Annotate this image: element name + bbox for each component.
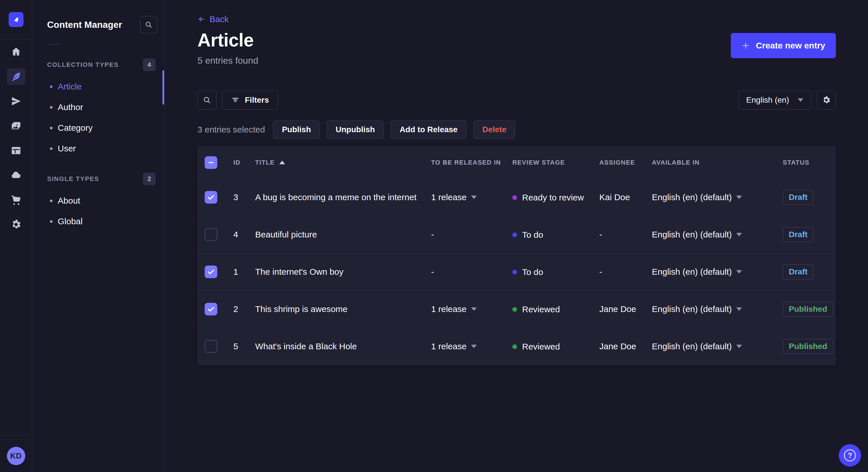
sidebar-item-article[interactable]: Article [32,76,165,97]
row-locale-dropdown[interactable]: English (en) (default) [652,267,742,277]
help-button[interactable]: ? [839,444,861,467]
row-locale-dropdown[interactable]: English (en) (default) [652,304,742,314]
unpublish-button[interactable]: Unpublish [327,121,384,139]
nav-user-section: KD [0,440,32,472]
status-badge: Draft [783,190,813,205]
column-header-available-in[interactable]: AVAILABLE IN [652,146,783,179]
app-root: KD Content Manager COLLECTION TYPES 4 Ar… [0,0,868,472]
nav-content-type-builder-icon[interactable] [7,142,25,159]
review-stage-dot [513,307,517,312]
table-row: 3A bug is becoming a meme on the interne… [198,179,836,216]
assignee: Kai Doe [599,193,630,202]
sidebar-item-category[interactable]: Category [32,117,165,138]
filters-button[interactable]: Filters [222,91,278,109]
search-icon [145,21,153,29]
bullet-icon [50,220,53,223]
entry-title: Beautiful picture [255,230,317,239]
column-header-status[interactable]: STATUS [783,146,836,179]
review-stage-label: To do [522,230,543,240]
chevron-down-icon [736,196,742,199]
assignee: - [599,267,602,276]
review-stage-dot [513,233,517,237]
row-locale-dropdown[interactable]: English (en) (default) [652,341,742,351]
chevron-down-icon [471,307,477,311]
count-badge: 4 [143,59,156,71]
sidebar-item-author[interactable]: Author [32,97,165,117]
entries-search-button[interactable] [197,91,216,109]
row-checkbox[interactable] [205,303,217,315]
column-header-assignee[interactable]: ASSIGNEE [599,146,652,179]
delete-button[interactable]: Delete [473,121,515,139]
nav-media-library-icon[interactable] [7,117,25,134]
row-locale-dropdown[interactable]: English (en) (default) [652,230,742,239]
review-stage-label: Reviewed [522,342,560,351]
nav-releases-icon[interactable] [7,93,25,109]
back-label: Back [210,14,229,24]
nav-home-icon[interactable] [7,43,25,60]
scrollbar-thumb[interactable] [162,70,164,105]
strapi-logo[interactable] [9,12,24,27]
locale-value: English (en) (default) [652,304,732,314]
entry-title: What's inside a Black Hole [255,341,357,351]
row-locale-dropdown[interactable]: English (en) (default) [652,193,742,202]
entry-title: This shrimp is awesome [255,304,348,314]
nav-content-manager-icon[interactable] [7,68,25,85]
review-stage-cell: Reviewed [513,305,560,314]
sidebar-item-user[interactable]: User [32,138,165,159]
bullet-icon [50,106,53,109]
release-dropdown[interactable]: 1 release [431,341,477,351]
entry-id: 5 [234,341,238,351]
publish-button[interactable]: Publish [273,121,320,139]
release-dropdown[interactable]: 1 release [431,304,477,314]
row-checkbox[interactable] [205,266,217,278]
strapi-logo-icon [12,15,20,24]
assignee: - [599,230,602,239]
release-value: - [431,230,434,239]
toolbar: Filters English (en) [197,91,836,109]
section-label: COLLECTION TYPES [47,61,119,69]
review-stage-label: To do [522,267,543,277]
release-value: 1 release [431,193,466,202]
sidebar-item-about[interactable]: About [32,191,165,211]
sidebar-search-button[interactable] [140,16,157,33]
chevron-down-icon [798,98,803,102]
back-link[interactable]: Back [197,14,229,24]
user-avatar[interactable]: KD [7,447,25,465]
selection-count-text: 3 entries selected [197,125,265,134]
nav-marketplace-icon[interactable] [7,192,25,208]
search-icon [203,96,211,104]
chevron-down-icon [471,196,477,199]
entry-id: 2 [234,304,238,314]
column-header-id[interactable]: ID [234,146,255,179]
arrow-left-icon [197,15,206,23]
view-settings-button[interactable] [817,91,836,109]
bullet-icon [50,200,53,202]
review-stage-cell: To do [513,230,543,240]
filter-icon [231,96,240,104]
locale-select[interactable]: English (en) [739,91,811,109]
sidebar-item-label: About [58,196,80,206]
nav-settings-icon[interactable] [7,216,25,233]
review-stage-cell: Reviewed [513,342,560,351]
add-to-release-button[interactable]: Add to Release [391,121,466,139]
column-label: AVAILABLE IN [652,159,700,166]
select-all-checkbox[interactable] [205,156,217,169]
question-mark-icon: ? [844,449,856,461]
column-header-title[interactable]: TITLE [255,146,431,179]
column-header-review-stage[interactable]: REVIEW STAGE [513,146,599,179]
indeterminate-dash-icon [207,158,215,167]
row-checkbox[interactable] [205,228,217,241]
entry-id: 4 [234,230,238,239]
main-content: Back Article 5 entries found Create new … [165,0,868,472]
column-header-to-be-released-in[interactable]: TO BE RELEASED IN [431,146,513,179]
nav-cloud-icon[interactable] [7,167,25,183]
release-value: - [431,267,434,276]
sidebar-item-global[interactable]: Global [32,211,165,232]
create-new-entry-button[interactable]: Create new entry [731,33,836,58]
table-row: 4Beautiful picture-To do-English (en) (d… [198,216,836,253]
row-checkbox[interactable] [205,191,217,204]
release-dropdown[interactable]: 1 release [431,193,477,202]
row-checkbox[interactable] [205,340,217,353]
entries-table: ID TITLE TO BE RELEASED IN REVIEW STAGE … [197,146,836,365]
column-label: TO BE RELEASED IN [431,159,501,166]
